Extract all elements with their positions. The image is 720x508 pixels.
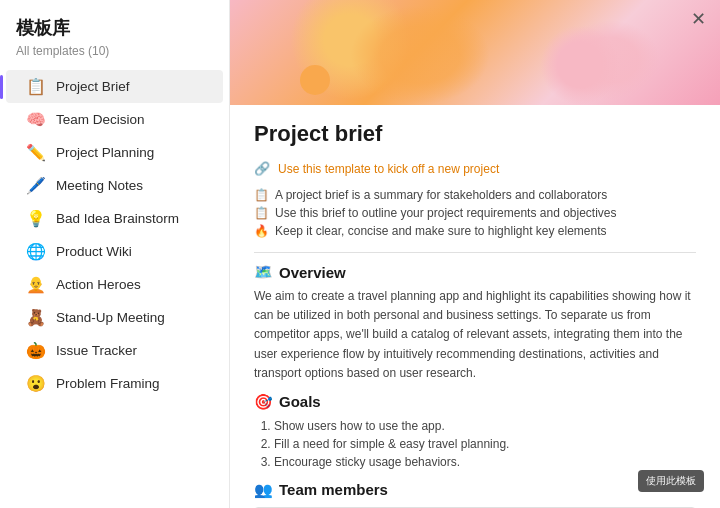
sidebar-item-project-planning[interactable]: ✏️Project Planning: [6, 136, 223, 169]
goals-item-2: Encourage sticky usage behaviors.: [274, 453, 696, 471]
doc-title: Project brief: [254, 121, 696, 147]
hint-text-1: Use this brief to outline your project r…: [275, 206, 617, 220]
sidebar-icon-team-decision: 🧠: [26, 110, 46, 129]
main-panel: ✕ Project brief 🔗 Use this template to k…: [230, 0, 720, 508]
sidebar-item-meeting-notes[interactable]: 🖊️Meeting Notes: [6, 169, 223, 202]
sidebar-item-issue-tracker[interactable]: 🎃Issue Tracker: [6, 334, 223, 367]
sidebar-label-problem-framing: Problem Framing: [56, 376, 160, 391]
goals-item-1: Fill a need for simple & easy travel pla…: [274, 435, 696, 453]
sidebar-subtitle: All templates (10): [0, 44, 229, 70]
section-overview: 🗺️ Overview We aim to create a travel pl…: [254, 263, 696, 383]
sidebar-label-project-planning: Project Planning: [56, 145, 154, 160]
overview-icon: 🗺️: [254, 263, 273, 281]
hint-main-text: Use this template to kick off a new proj…: [278, 162, 499, 176]
hint-item-0: 📋A project brief is a summary for stakeh…: [254, 186, 696, 204]
goals-heading: 🎯 Goals: [254, 393, 696, 411]
close-button[interactable]: ✕: [691, 10, 706, 28]
sidebar-item-action-heroes[interactable]: 🧑‍🦲Action Heroes: [6, 268, 223, 301]
hint-text-2: Keep it clear, concise and make sure to …: [275, 224, 607, 238]
sidebar-item-project-brief[interactable]: 📋Project Brief: [6, 70, 223, 103]
sidebar-icon-action-heroes: 🧑‍🦲: [26, 275, 46, 294]
overview-text: We aim to create a travel planning app a…: [254, 287, 696, 383]
sidebar-title: 模板库: [0, 16, 229, 44]
goals-item-0: Show users how to use the app.: [274, 417, 696, 435]
sidebar-label-bad-idea-brainstorm: Bad Idea Brainstorm: [56, 211, 179, 226]
goals-title: Goals: [279, 393, 321, 410]
sidebar-icon-meeting-notes: 🖊️: [26, 176, 46, 195]
hero-image: [230, 0, 720, 105]
sidebar: 模板库 All templates (10) 📋Project Brief🧠Te…: [0, 0, 230, 508]
hints-list: 📋A project brief is a summary for stakeh…: [254, 186, 696, 240]
section-goals: 🎯 Goals Show users how to use the app.Fi…: [254, 393, 696, 471]
goals-list: Show users how to use the app.Fill a nee…: [254, 417, 696, 471]
sidebar-item-problem-framing[interactable]: 😮Problem Framing: [6, 367, 223, 400]
sidebar-item-standup-meeting[interactable]: 🧸Stand-Up Meeting: [6, 301, 223, 334]
hint-main-icon: 🔗: [254, 161, 270, 176]
sidebar-label-action-heroes: Action Heroes: [56, 277, 141, 292]
sidebar-label-meeting-notes: Meeting Notes: [56, 178, 143, 193]
sidebar-item-team-decision[interactable]: 🧠Team Decision: [6, 103, 223, 136]
hint-icon-1: 📋: [254, 206, 269, 220]
hint-icon-0: 📋: [254, 188, 269, 202]
hint-text-0: A project brief is a summary for stakeho…: [275, 188, 607, 202]
sidebar-icon-project-planning: ✏️: [26, 143, 46, 162]
sidebar-item-product-wiki[interactable]: 🌐Product Wiki: [6, 235, 223, 268]
sidebar-item-bad-idea-brainstorm[interactable]: 💡Bad Idea Brainstorm: [6, 202, 223, 235]
sidebar-label-standup-meeting: Stand-Up Meeting: [56, 310, 165, 325]
sidebar-icon-bad-idea-brainstorm: 💡: [26, 209, 46, 228]
sidebar-icon-project-brief: 📋: [26, 77, 46, 96]
hint-item-1: 📋Use this brief to outline your project …: [254, 204, 696, 222]
overview-heading: 🗺️ Overview: [254, 263, 696, 281]
goals-icon: 🎯: [254, 393, 273, 411]
team-section: 👥 Team members ⊞ ↕ ··· NameRoleLocationC…: [254, 481, 696, 508]
team-heading-text: Team members: [279, 481, 388, 498]
team-heading: 👥 Team members: [254, 481, 696, 499]
hint-item-2: 🔥Keep it clear, concise and make sure to…: [254, 222, 696, 240]
sidebar-icon-product-wiki: 🌐: [26, 242, 46, 261]
sidebar-icon-standup-meeting: 🧸: [26, 308, 46, 327]
sidebar-label-project-brief: Project Brief: [56, 79, 130, 94]
sidebar-icon-problem-framing: 😮: [26, 374, 46, 393]
sidebar-icon-issue-tracker: 🎃: [26, 341, 46, 360]
sidebar-label-product-wiki: Product Wiki: [56, 244, 132, 259]
sidebar-label-issue-tracker: Issue Tracker: [56, 343, 137, 358]
overview-title: Overview: [279, 264, 346, 281]
team-icon: 👥: [254, 481, 273, 499]
hint-main-row: 🔗 Use this template to kick off a new pr…: [254, 161, 696, 176]
sidebar-label-team-decision: Team Decision: [56, 112, 145, 127]
hint-icon-2: 🔥: [254, 224, 269, 238]
content-area: Project brief 🔗 Use this template to kic…: [230, 105, 720, 508]
